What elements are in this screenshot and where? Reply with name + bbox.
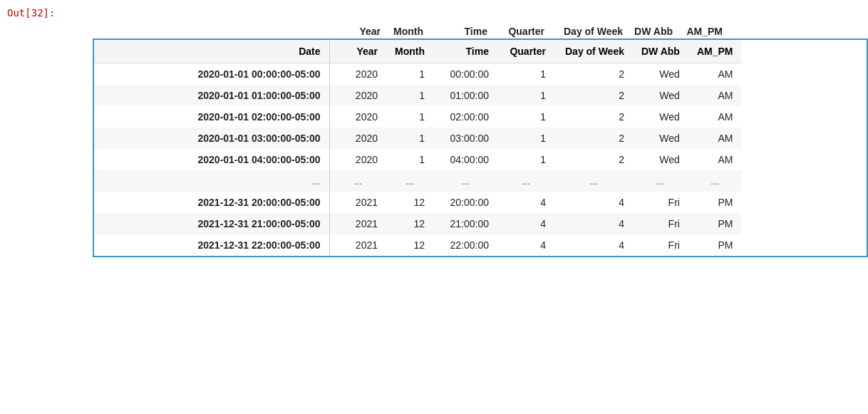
cell-dwabb: Fri	[633, 192, 688, 213]
cell-date: 2021-12-31 21:00:00-05:00	[94, 213, 329, 234]
cell-ampm: PM	[688, 213, 742, 234]
cell-dwabb: Wed	[633, 63, 688, 86]
header-month: Month	[386, 40, 433, 63]
cell-date: 2020-01-01 02:00:00-05:00	[94, 106, 329, 128]
cell-date: 2021-12-31 20:00:00-05:00	[94, 192, 329, 213]
cell-date: 2020-01-01 04:00:00-05:00	[94, 149, 329, 170]
cell-date: 2020-01-01 00:00:00-05:00	[94, 63, 329, 86]
table-row: ........................	[94, 170, 741, 192]
cell-time: 00:00:00	[433, 63, 497, 86]
cell-month: 1	[386, 128, 433, 149]
cell-quarter: ...	[497, 170, 554, 192]
cell-month: 12	[386, 234, 433, 256]
cell-quarter: 1	[497, 149, 554, 170]
col-header-month: Month	[386, 26, 429, 37]
cell-dow: 2	[554, 128, 633, 149]
cell-time: 02:00:00	[433, 106, 497, 128]
cell-ampm: PM	[688, 234, 742, 256]
cell-month: 1	[386, 85, 433, 106]
cell-month: 12	[386, 192, 433, 213]
main-table-wrapper: Date Year Month Time Quarter Day of Week…	[93, 38, 868, 257]
cell-time: 21:00:00	[433, 213, 497, 234]
table-row: 2020-01-01 01:00:00-05:002020101:00:0012…	[94, 85, 741, 106]
cell-quarter: 1	[497, 85, 554, 106]
cell-dow: ...	[554, 170, 633, 192]
cell-time: 20:00:00	[433, 192, 497, 213]
table-row: 2020-01-01 04:00:00-05:002020104:00:0012…	[94, 149, 741, 170]
cell-dwabb: Fri	[633, 234, 688, 256]
cell-dow: 4	[554, 234, 633, 256]
cell-month: 1	[386, 149, 433, 170]
cell-dow: 2	[554, 85, 633, 106]
header-time: Time	[433, 40, 497, 63]
cell-quarter: 4	[497, 213, 554, 234]
cell-year: 2021	[329, 213, 386, 234]
header-ampm: AM_PM	[688, 40, 742, 63]
cell-year: 2020	[329, 149, 386, 170]
output-label: Out[32]:	[7, 7, 868, 19]
cell-dow: 4	[554, 213, 633, 234]
cell-time: 04:00:00	[433, 149, 497, 170]
cell-time: 22:00:00	[433, 234, 497, 256]
cell-month: 1	[386, 63, 433, 86]
table-row: 2021-12-31 20:00:00-05:0020211220:00:004…	[94, 192, 741, 213]
cell-dow: 2	[554, 149, 633, 170]
table-row: 2021-12-31 21:00:00-05:0020211221:00:004…	[94, 213, 741, 234]
cell-dwabb: Fri	[633, 213, 688, 234]
col-header-dwabb: DW Abb	[629, 26, 678, 37]
table-row: 2020-01-01 03:00:00-05:002020103:00:0012…	[94, 128, 741, 149]
header-date: Date	[94, 40, 329, 63]
cell-ampm: AM	[688, 63, 742, 86]
table-container: Year Month Time Quarter Day of Week DW A…	[93, 26, 868, 257]
cell-quarter: 4	[497, 192, 554, 213]
cell-quarter: 1	[497, 63, 554, 86]
cell-ampm: AM	[688, 128, 742, 149]
col-header-ampm: AM_PM	[678, 26, 728, 37]
header-year: Year	[329, 40, 386, 63]
cell-dow: 4	[554, 192, 633, 213]
cell-year: 2020	[329, 85, 386, 106]
cell-quarter: 4	[497, 234, 554, 256]
cell-date: 2020-01-01 03:00:00-05:00	[94, 128, 329, 149]
cell-dow: 2	[554, 63, 633, 86]
cell-ampm: AM	[688, 149, 742, 170]
cell-date: ...	[94, 170, 329, 192]
cell-time: ...	[433, 170, 497, 192]
cell-date: 2020-01-01 01:00:00-05:00	[94, 85, 329, 106]
cell-dwabb: Wed	[633, 106, 688, 128]
header-quarter: Quarter	[497, 40, 554, 63]
header-dow: Day of Week	[554, 40, 633, 63]
cell-dwabb: ...	[633, 170, 688, 192]
cell-year: ...	[329, 170, 386, 192]
cell-ampm: AM	[688, 85, 742, 106]
cell-dwabb: Wed	[633, 128, 688, 149]
cell-time: 01:00:00	[433, 85, 497, 106]
cell-month: ...	[386, 170, 433, 192]
cell-dwabb: Wed	[633, 85, 688, 106]
col-header-time: Time	[429, 26, 493, 37]
cell-month: 1	[386, 106, 433, 128]
col-header-quarter: Quarter	[493, 26, 550, 37]
cell-dow: 2	[554, 106, 633, 128]
cell-ampm: ...	[688, 170, 742, 192]
col-header-year: Year	[329, 26, 386, 37]
cell-ampm: AM	[688, 106, 742, 128]
col-header-dow: Day of Week	[550, 26, 629, 37]
cell-quarter: 1	[497, 106, 554, 128]
cell-year: 2020	[329, 106, 386, 128]
cell-dwabb: Wed	[633, 149, 688, 170]
cell-ampm: PM	[688, 192, 742, 213]
table-row: 2020-01-01 00:00:00-05:002020100:00:0012…	[94, 63, 741, 86]
cell-year: 2021	[329, 234, 386, 256]
cell-year: 2020	[329, 63, 386, 86]
top-headers-row: Year Month Time Quarter Day of Week DW A…	[93, 26, 868, 37]
header-dwabb: DW Abb	[633, 40, 688, 63]
table-row: 2020-01-01 02:00:00-05:002020102:00:0012…	[94, 106, 741, 128]
cell-date: 2021-12-31 22:00:00-05:00	[94, 234, 329, 256]
cell-year: 2021	[329, 192, 386, 213]
data-table: Date Year Month Time Quarter Day of Week…	[94, 40, 741, 256]
table-row: 2021-12-31 22:00:00-05:0020211222:00:004…	[94, 234, 741, 256]
cell-month: 12	[386, 213, 433, 234]
cell-time: 03:00:00	[433, 128, 497, 149]
table-header-row: Date Year Month Time Quarter Day of Week…	[94, 40, 741, 63]
